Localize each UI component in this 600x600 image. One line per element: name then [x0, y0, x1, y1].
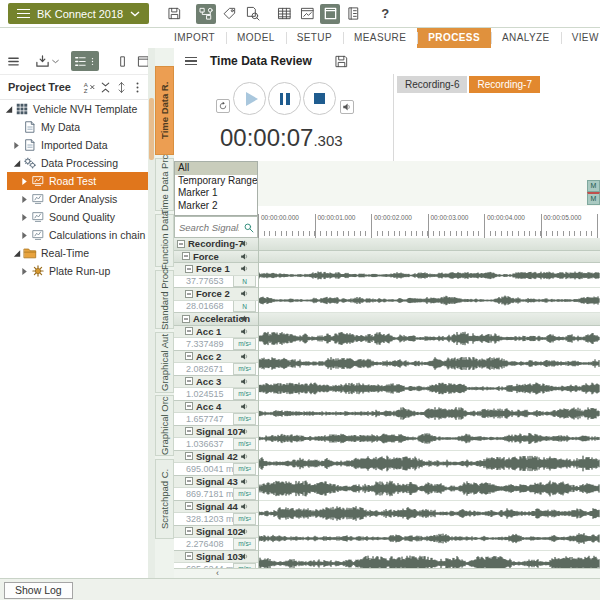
- speaker-icon[interactable]: [240, 314, 249, 323]
- waveform[interactable]: [258, 376, 600, 401]
- collapse-box-icon[interactable]: [185, 452, 193, 460]
- tree-item-data-processing[interactable]: Data Processing: [0, 154, 148, 172]
- tree-item-sound-quality[interactable]: Sound Quality: [0, 208, 148, 226]
- signal-row-signal-43[interactable]: Signal 43869.7181 mm/s²: [174, 476, 600, 501]
- range-option-marker-2[interactable]: Marker 2: [175, 200, 257, 213]
- chevron-down-icon[interactable]: [51, 51, 60, 71]
- tree-expander-icon[interactable]: [19, 194, 30, 204]
- collapse-box-icon[interactable]: [182, 252, 190, 260]
- expand-all-icon[interactable]: [115, 77, 128, 97]
- panel-icon[interactable]: [115, 51, 130, 71]
- recording-tab-recording-6[interactable]: Recording-6: [397, 76, 467, 93]
- signal-row-signal-107[interactable]: Signal 1071.036637m/s²: [174, 426, 600, 451]
- signal-row-force-2[interactable]: Force 228.01668N: [174, 288, 600, 313]
- panel-menu-icon[interactable]: [185, 54, 197, 67]
- tree-scrollbar-thumb[interactable]: [149, 98, 154, 160]
- speaker-button[interactable]: [340, 100, 354, 114]
- import-icon[interactable]: [35, 51, 50, 71]
- window-layout-icon[interactable]: [320, 4, 340, 24]
- tag-icon[interactable]: [219, 4, 239, 24]
- search-documents-icon[interactable]: [242, 4, 262, 24]
- workspace-tab-scratchpad-c-[interactable]: Scratchpad C.: [155, 459, 174, 539]
- tree-item-order-analysis[interactable]: Order Analysis: [0, 190, 148, 208]
- tree-expander-icon[interactable]: [19, 266, 30, 276]
- show-log-button[interactable]: Show Log: [4, 582, 73, 599]
- ribbon-tab-measure[interactable]: MEASURE: [343, 28, 417, 48]
- signal-name-row[interactable]: Signal 107: [174, 426, 258, 439]
- signal-name-row[interactable]: Force 2: [174, 288, 258, 301]
- workspace-tab-time-data-prc[interactable]: Time Data Prc: [155, 158, 174, 211]
- collapse-box-icon[interactable]: [185, 502, 193, 510]
- scroll-left-arrow[interactable]: ‹: [216, 568, 219, 578]
- recording-tab-recording-7[interactable]: Recording-7: [469, 76, 539, 93]
- ribbon-tab-analyze[interactable]: ANALYZE: [491, 28, 561, 48]
- collapse-box-icon[interactable]: [185, 552, 193, 560]
- waveform[interactable]: [258, 501, 600, 526]
- signal-name-row[interactable]: Force 1: [174, 263, 258, 276]
- tree-item-calculations-in-chain[interactable]: Calculations in chain: [0, 226, 148, 244]
- tree-expander-icon[interactable]: [19, 212, 30, 222]
- collapse-box-icon[interactable]: [185, 265, 193, 273]
- ribbon-tab-view[interactable]: VIEW: [561, 28, 600, 48]
- waveform[interactable]: [258, 351, 600, 376]
- tree-expander-icon[interactable]: [19, 176, 30, 186]
- tree-item-plate-run-up[interactable]: Plate Run-up: [0, 262, 148, 280]
- waveform[interactable]: [258, 401, 600, 426]
- tree-item-road-test[interactable]: Road Test: [0, 172, 148, 190]
- workspace-tab-graphical-aut[interactable]: Graphical Aut: [155, 332, 174, 393]
- speaker-icon[interactable]: [240, 527, 249, 536]
- waveform[interactable]: [258, 263, 600, 288]
- hamburger-icon[interactable]: [6, 51, 21, 71]
- speaker-icon[interactable]: [240, 477, 249, 486]
- tree-expander-icon[interactable]: [11, 248, 22, 258]
- waveform[interactable]: [258, 326, 600, 351]
- collapse-box-icon[interactable]: [185, 327, 193, 335]
- signal-row-acc-2[interactable]: Acc 22.082671m/s²: [174, 351, 600, 376]
- speaker-icon[interactable]: [240, 327, 249, 336]
- workspace-tab-function-data[interactable]: Function Data: [155, 214, 174, 267]
- speaker-icon[interactable]: [240, 377, 249, 386]
- ribbon-tab-import[interactable]: IMPORT: [163, 28, 226, 48]
- picture-icon[interactable]: [297, 4, 317, 24]
- help-icon[interactable]: ?: [375, 4, 395, 24]
- panel-splitter[interactable]: [148, 48, 155, 578]
- speaker-icon[interactable]: [240, 239, 249, 248]
- search-icon[interactable]: [243, 222, 254, 233]
- speaker-icon[interactable]: [240, 402, 249, 411]
- collapse-box-icon[interactable]: [185, 352, 193, 360]
- signal-name-row[interactable]: Signal 44: [174, 501, 258, 514]
- tree-item-real-time[interactable]: Real-Time: [0, 244, 148, 262]
- signal-row-acc-1[interactable]: Acc 17.337489m/s²: [174, 326, 600, 351]
- app-menu-button[interactable]: BK Connect 2018: [8, 3, 149, 24]
- marker-flag-1[interactable]: M: [587, 180, 600, 192]
- search-input[interactable]: [175, 221, 241, 234]
- ribbon-tab-process[interactable]: PROCESS: [417, 28, 491, 48]
- horizontal-scrollbar[interactable]: ‹: [174, 568, 600, 578]
- pause-button[interactable]: [268, 82, 301, 115]
- more-icon[interactable]: [131, 77, 144, 97]
- flowchart-icon[interactable]: [196, 4, 216, 24]
- collapse-all-icon[interactable]: [99, 77, 112, 97]
- tree-expander-icon[interactable]: [3, 104, 14, 114]
- signal-row-signal-44[interactable]: Signal 44328.1203 mm/s²: [174, 501, 600, 526]
- collapse-box-icon[interactable]: [185, 290, 193, 298]
- save-icon[interactable]: [334, 54, 349, 69]
- signal-row-signal-42[interactable]: Signal 42695.0041 mm/s²: [174, 451, 600, 476]
- signal-group-force[interactable]: Force: [174, 251, 600, 264]
- waveform[interactable]: [258, 526, 600, 551]
- speaker-icon[interactable]: [240, 289, 249, 298]
- notebook-icon[interactable]: [343, 4, 363, 24]
- range-option-all[interactable]: All: [175, 162, 257, 175]
- tree-item-my-data[interactable]: My Data: [0, 118, 148, 136]
- signal-group-acceleration[interactable]: Acceleration: [174, 313, 600, 326]
- waveform[interactable]: [258, 476, 600, 501]
- signal-name-row[interactable]: Signal 103: [174, 551, 258, 564]
- workspace-tab-graphical-orc[interactable]: Graphical Orc: [155, 395, 174, 456]
- save-icon[interactable]: [164, 4, 184, 24]
- waveform[interactable]: [258, 551, 600, 569]
- signal-row-signal-103[interactable]: Signal 103695.6244 mm/s²: [174, 551, 600, 569]
- signal-row-force-1[interactable]: Force 137.77653N: [174, 263, 600, 288]
- tree-expander-icon[interactable]: [11, 140, 22, 150]
- speaker-icon[interactable]: [240, 452, 249, 461]
- tree-item-vehicle-nvh-template[interactable]: Vehicle NVH Template: [0, 100, 148, 118]
